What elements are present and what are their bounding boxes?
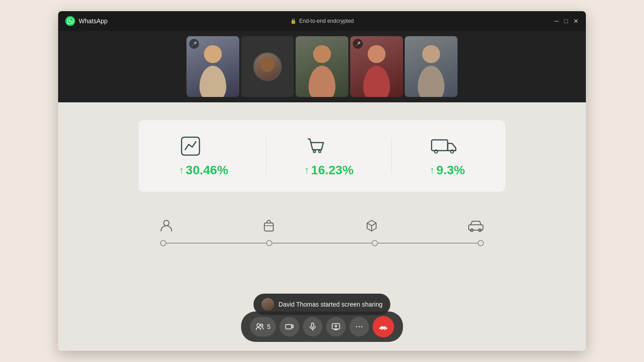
camera-button[interactable] — [280, 317, 299, 337]
car-icon — [468, 219, 484, 233]
metrics-row: ↑ 30.46% ↑ 16.23% — [160, 135, 484, 177]
app-name: WhatsApp — [79, 17, 108, 25]
metric-analytics: ↑ 30.46% — [179, 135, 228, 177]
whatsapp-icon — [65, 16, 75, 26]
participants-count: 5 — [267, 323, 271, 330]
truck-icon — [430, 135, 458, 158]
app-logo: WhatsApp — [65, 16, 108, 26]
svg-point-20 — [359, 326, 360, 328]
participants-icon — [255, 322, 264, 331]
timeline-icon-car — [468, 219, 484, 233]
share-screen-button[interactable] — [326, 317, 346, 337]
share-screen-icon — [331, 322, 340, 331]
svg-rect-8 — [264, 223, 273, 231]
timeline-segment — [378, 243, 478, 244]
camera-icon — [285, 322, 294, 331]
encryption-indicator: 🔒 End-to-end endcrypted — [290, 18, 354, 24]
svg-point-2 — [313, 151, 315, 153]
chart-icon — [179, 135, 202, 158]
metric-divider — [391, 138, 392, 174]
timeline-icon-bag — [263, 219, 275, 233]
mute-badge: 🎤 — [189, 39, 199, 49]
metric-value-analytics: ↑ 30.46% — [179, 163, 228, 177]
metrics-card: ↑ 30.46% ↑ 16.23% — [139, 120, 505, 192]
mic-muted-icon: 🎤 — [355, 42, 360, 46]
cart-icon — [305, 135, 328, 158]
screen-share-content: ↑ 30.46% ↑ 16.23% — [58, 102, 586, 351]
maximize-button[interactable]: □ — [564, 18, 568, 24]
svg-rect-15 — [311, 323, 314, 328]
timeline-icon-person — [160, 219, 173, 233]
mic-button[interactable] — [303, 317, 322, 337]
timeline-dot — [478, 240, 484, 246]
box-icon — [365, 219, 378, 233]
close-button[interactable]: ✕ — [573, 18, 579, 24]
video-tile[interactable]: 🎤 — [186, 36, 239, 97]
minimize-button[interactable]: ─ — [555, 18, 559, 24]
encryption-label: End-to-end endcrypted — [299, 18, 354, 24]
titlebar: WhatsApp 🔒 End-to-end endcrypted ─ □ ✕ — [58, 11, 586, 31]
svg-rect-4 — [432, 140, 448, 151]
end-call-icon — [378, 322, 388, 332]
call-controls-bar: 5 — [241, 311, 403, 342]
timeline-icons — [160, 219, 484, 233]
mic-muted-icon: 🎤 — [191, 42, 197, 46]
svg-point-12 — [257, 324, 260, 327]
avatar — [253, 52, 282, 81]
svg-rect-14 — [286, 324, 292, 329]
video-tile[interactable]: 🎤 — [350, 36, 403, 97]
video-tile[interactable] — [296, 36, 348, 97]
timeline-icon-box — [365, 219, 378, 233]
person-icon — [160, 219, 173, 233]
svg-point-7 — [164, 220, 169, 226]
timeline-dot — [372, 240, 378, 246]
metric-value-cart: ↑ 16.23% — [305, 163, 354, 177]
timeline-segment — [166, 243, 266, 244]
metric-value-delivery: ↑ 9.3% — [430, 163, 465, 177]
up-arrow-icon: ↑ — [305, 164, 309, 176]
bag-icon — [263, 219, 275, 233]
lock-icon: 🔒 — [290, 18, 297, 24]
window-controls: ─ □ ✕ — [555, 18, 579, 24]
svg-point-13 — [261, 324, 263, 326]
video-tile-david[interactable] — [241, 36, 294, 97]
end-call-button[interactable] — [373, 316, 394, 337]
more-icon — [355, 322, 364, 331]
toast-avatar — [262, 298, 274, 311]
participants-button[interactable]: 5 — [250, 317, 276, 337]
metric-divider — [266, 138, 267, 174]
video-strip: 🎤 🎤 — [58, 31, 586, 102]
more-options-button[interactable] — [349, 317, 369, 337]
toast-message: David Thomas started screen sharing — [279, 301, 382, 308]
up-arrow-icon: ↑ — [430, 164, 435, 176]
timeline-segment — [272, 243, 372, 244]
timeline-dot — [266, 240, 272, 246]
timeline-dot — [160, 240, 166, 246]
video-tile[interactable] — [405, 36, 458, 97]
mic-icon — [308, 322, 317, 331]
svg-point-3 — [318, 151, 321, 153]
svg-point-0 — [65, 16, 75, 26]
timeline-line — [160, 240, 484, 246]
metric-delivery: ↑ 9.3% — [430, 135, 465, 177]
mute-badge: 🎤 — [353, 39, 363, 49]
timeline-area — [139, 210, 505, 255]
app-window: WhatsApp 🔒 End-to-end endcrypted ─ □ ✕ 🎤 — [58, 11, 586, 351]
metric-cart: ↑ 16.23% — [305, 135, 354, 177]
svg-point-19 — [356, 326, 357, 328]
svg-point-21 — [361, 326, 362, 328]
up-arrow-icon: ↑ — [179, 164, 184, 176]
